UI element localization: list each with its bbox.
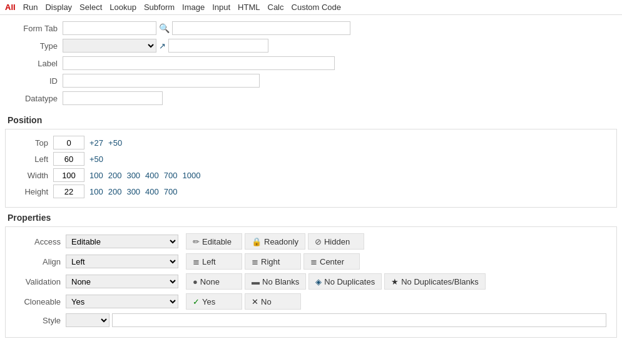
validation-select[interactable]: None No Blanks No Duplicates No Duplicat…	[66, 275, 178, 288]
top-plus50-btn[interactable]: +50	[108, 138, 122, 148]
type-select[interactable]	[63, 39, 156, 53]
align-left-label: Left	[202, 257, 216, 266]
top-plus27-btn[interactable]: +27	[89, 138, 103, 148]
style-select[interactable]	[66, 313, 110, 327]
width-1000-btn[interactable]: 1000	[183, 171, 201, 180]
height-700-btn[interactable]: 700	[164, 187, 178, 196]
cloneable-no-btn[interactable]: ✕ No	[245, 293, 301, 310]
nav-run[interactable]: Run	[23, 3, 38, 12]
access-label: Access	[16, 237, 66, 246]
validation-no-duplicates-label: No Duplicates	[324, 277, 375, 286]
position-content: Top +27 +50 Left +50 Width 100 200 300 4…	[5, 129, 617, 208]
access-radio-group: ✏ Editable 🔒 Readonly ⊘ Hidden	[186, 233, 364, 250]
type-input-group: ↗	[63, 39, 268, 53]
access-readonly-btn[interactable]: 🔒 Readonly	[245, 233, 305, 250]
nav-all[interactable]: All	[5, 3, 16, 12]
left-plus50-btn[interactable]: +50	[89, 154, 103, 164]
access-editable-label: Editable	[202, 237, 232, 246]
top-row: Top +27 +50	[16, 136, 606, 149]
properties-title: Properties	[5, 213, 617, 223]
form-fields-section: Form Tab 🔍 Type ↗ Label ID Datatype	[0, 15, 622, 115]
label-label: Label	[13, 59, 63, 68]
nav-custom-code[interactable]: Custom Code	[292, 3, 341, 12]
label-row: Label	[13, 56, 609, 70]
datatype-row: Datatype	[13, 91, 609, 105]
position-title: Position	[5, 115, 617, 125]
edit-icon: ✏	[193, 237, 200, 246]
cloneable-radio-group: ✓ Yes ✕ No	[186, 293, 301, 310]
width-row: Width 100 200 300 400 700 1000	[16, 168, 606, 182]
height-row: Height 100 200 300 400 700	[16, 185, 606, 198]
validation-no-duplicates-blanks-btn[interactable]: ★ No Duplicates/Blanks	[384, 273, 486, 290]
form-tab-input-group: 🔍	[63, 21, 350, 35]
height-400-btn[interactable]: 400	[145, 187, 159, 196]
properties-section: Properties Access Editable Readonly Hidd…	[5, 213, 617, 338]
validation-none-btn[interactable]: ● None	[186, 273, 242, 290]
align-left-icon: ≣	[193, 257, 200, 266]
validation-no-blanks-btn[interactable]: ▬ No Blanks	[245, 273, 306, 290]
nav-lookup[interactable]: Lookup	[110, 3, 136, 12]
form-tab-input[interactable]	[63, 21, 156, 35]
diamond-icon: ◈	[315, 277, 322, 286]
top-label: Top	[16, 138, 53, 148]
id-input[interactable]	[63, 74, 260, 88]
cloneable-label: Cloneable	[16, 297, 66, 306]
width-400-btn[interactable]: 400	[145, 171, 159, 180]
align-select[interactable]: Left Center Right	[66, 255, 178, 268]
cloneable-no-label: No	[261, 297, 272, 306]
top-input[interactable]	[53, 136, 84, 149]
validation-label: Validation	[16, 277, 66, 286]
nav-input[interactable]: Input	[212, 3, 230, 12]
width-label: Width	[16, 171, 53, 180]
height-200-btn[interactable]: 200	[108, 187, 122, 196]
datatype-input[interactable]	[63, 91, 163, 105]
nav-select[interactable]: Select	[79, 3, 102, 12]
width-input[interactable]	[53, 168, 84, 182]
validation-no-blanks-label: No Blanks	[262, 277, 299, 286]
height-100-btn[interactable]: 100	[89, 187, 103, 196]
width-300-btn[interactable]: 300	[126, 171, 140, 180]
align-row: Align Left Center Right ≣ Left ≣ Right ≣…	[16, 253, 606, 270]
cloneable-select[interactable]: Yes No	[66, 295, 178, 308]
width-100-btn[interactable]: 100	[89, 171, 103, 180]
height-input[interactable]	[53, 185, 84, 198]
height-300-btn[interactable]: 300	[126, 187, 140, 196]
label-input[interactable]	[63, 56, 335, 70]
left-input[interactable]	[53, 152, 84, 166]
align-center-icon: ≣	[310, 257, 317, 266]
type-row: Type ↗	[13, 39, 609, 53]
access-hidden-btn[interactable]: ⊘ Hidden	[308, 233, 364, 250]
align-right-btn[interactable]: ≣ Right	[245, 253, 301, 270]
nav-display[interactable]: Display	[45, 3, 72, 12]
access-hidden-label: Hidden	[324, 237, 350, 246]
cloneable-yes-btn[interactable]: ✓ Yes	[186, 293, 242, 310]
align-center-btn[interactable]: ≣ Center	[303, 253, 360, 270]
search-icon[interactable]: 🔍	[159, 23, 170, 33]
type-label: Type	[13, 41, 63, 51]
validation-no-duplicates-btn[interactable]: ◈ No Duplicates	[308, 273, 382, 290]
nav-html[interactable]: HTML	[238, 3, 260, 12]
validation-no-duplicates-blanks-label: No Duplicates/Blanks	[401, 277, 479, 286]
id-row: ID	[13, 74, 609, 88]
access-editable-btn[interactable]: ✏ Editable	[186, 233, 242, 250]
nav-subform[interactable]: Subform	[144, 3, 175, 12]
width-200-btn[interactable]: 200	[108, 171, 122, 180]
nav-calc[interactable]: Calc	[268, 3, 284, 12]
id-label: ID	[13, 76, 63, 86]
align-left-btn[interactable]: ≣ Left	[186, 253, 242, 270]
nav-image[interactable]: Image	[182, 3, 205, 12]
type-secondary-input[interactable]	[168, 39, 268, 53]
validation-radio-group: ● None ▬ No Blanks ◈ No Duplicates ★ No …	[186, 273, 486, 290]
left-row: Left +50	[16, 152, 606, 166]
width-700-btn[interactable]: 700	[164, 171, 178, 180]
form-tab-label: Form Tab	[13, 24, 63, 33]
external-link-icon[interactable]: ↗	[159, 41, 166, 51]
cloneable-yes-label: Yes	[202, 297, 215, 306]
style-text-input[interactable]	[112, 313, 606, 327]
align-center-label: Center	[320, 257, 344, 266]
style-row: Style	[16, 313, 606, 327]
access-select[interactable]: Editable Readonly Hidden	[66, 235, 178, 248]
form-tab-row: Form Tab 🔍	[13, 21, 609, 35]
left-label: Left	[16, 154, 53, 164]
form-tab-secondary-input[interactable]	[172, 21, 350, 35]
